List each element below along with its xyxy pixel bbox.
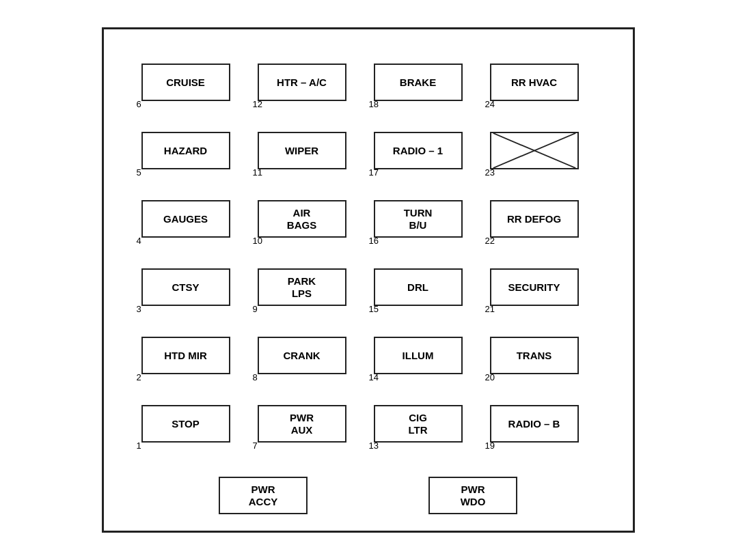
cell-hazard: HAZARD 5 [131, 118, 241, 183]
cell-cig-ltr: CIGLTR 13 [364, 391, 473, 456]
fuse-htr-ac: HTR – A/C [258, 64, 346, 101]
fuse-trans: TRANS [490, 337, 579, 374]
cell-rr-hvac: RR HVAC 24 [480, 50, 589, 115]
fuse-number-cig-ltr: 13 [369, 440, 379, 451]
fuse-htd-mir: HTD MIR [141, 337, 230, 374]
fuse-grid: CRUISE 6 HTR – A/C 12 BRAKE 18 RR HVAC 2… [104, 29, 633, 473]
cell-ctsy: CTSY 3 [131, 255, 241, 320]
fuse-crank: CRANK [258, 337, 346, 374]
fuse-pwr-wdo: PWRWDO [428, 477, 517, 514]
fuse-number-radio-b: 19 [485, 440, 495, 451]
fuse-rr-hvac: RR HVAC [490, 64, 579, 101]
cell-turn-bu: TURNB/U 16 [364, 186, 473, 251]
cell-park-lps: PARKLPS 9 [247, 255, 357, 320]
cell-rr-defog: RR DEFOG 22 [480, 186, 589, 251]
fuse-number-hazard: 5 [137, 167, 141, 178]
fuse-hazard: HAZARD [141, 132, 230, 169]
fuse-gauges: GAUGES [141, 200, 230, 238]
cell-blank: 23 [480, 118, 589, 183]
cell-drl: DRL 15 [364, 255, 473, 320]
fuse-number-htd-mir: 2 [137, 372, 141, 382]
fuse-number-cruise: 6 [137, 99, 141, 109]
fuse-diagram: CRUISE 6 HTR – A/C 12 BRAKE 18 RR HVAC 2… [102, 27, 635, 533]
fuse-number-trans: 20 [485, 372, 495, 382]
cell-radio-1: RADIO – 1 17 [364, 118, 473, 183]
fuse-number-illum: 14 [369, 372, 379, 382]
fuse-number-security: 21 [485, 304, 495, 314]
fuse-number-stop: 1 [137, 440, 141, 451]
cell-brake: BRAKE 18 [364, 50, 473, 115]
fuse-number-radio-1: 17 [369, 167, 379, 178]
fuse-radio-b: RADIO – B [490, 405, 579, 443]
cell-trans: TRANS 20 [480, 323, 589, 388]
fuse-illum: ILLUM [374, 337, 463, 374]
fuse-number-air-bags: 10 [253, 236, 262, 246]
cell-pwr-wdo: PWRWDO [418, 477, 528, 514]
fuse-drl: DRL [374, 268, 463, 306]
fuse-cig-ltr: CIGLTR [374, 405, 463, 443]
fuse-air-bags: AIRBAGS [258, 200, 346, 238]
fuse-park-lps: PARKLPS [258, 268, 346, 306]
cell-cruise: CRUISE 6 [131, 50, 241, 115]
cell-gauges: GAUGES 4 [131, 186, 241, 251]
fuse-cruise: CRUISE [141, 64, 230, 101]
cell-security: SECURITY 21 [480, 255, 589, 320]
fuse-security: SECURITY [490, 268, 579, 306]
fuse-turn-bu: TURNB/U [374, 200, 463, 238]
fuse-number-rr-defog: 22 [485, 236, 495, 246]
fuse-ctsy: CTSY [141, 268, 230, 306]
fuse-stop: STOP [141, 405, 230, 443]
fuse-number-crank: 8 [253, 372, 258, 382]
cell-htd-mir: HTD MIR 2 [131, 323, 241, 388]
cell-radio-b: RADIO – B 19 [480, 391, 589, 456]
fuse-pwr-aux: PWRAUX [258, 405, 346, 443]
fuse-wiper: WIPER [258, 132, 346, 169]
cell-pwr-accy: PWRACCY [208, 477, 318, 514]
cell-wiper: WIPER 11 [247, 118, 357, 183]
fuse-brake: BRAKE [374, 64, 463, 101]
fuse-radio-1: RADIO – 1 [374, 132, 463, 169]
bottom-fuse-row: PWRACCY PWRWDO [104, 477, 633, 514]
fuse-number-wiper: 11 [253, 167, 262, 178]
fuse-number-brake: 18 [369, 99, 379, 109]
cell-crank: CRANK 8 [247, 323, 357, 388]
fuse-number-drl: 15 [369, 304, 379, 314]
fuse-number-blank: 23 [485, 167, 495, 178]
fuse-number-gauges: 4 [137, 236, 141, 246]
cell-illum: ILLUM 14 [364, 323, 473, 388]
cell-stop: STOP 1 [131, 391, 241, 456]
fuse-pwr-accy: PWRACCY [219, 477, 308, 514]
fuse-number-park-lps: 9 [253, 304, 258, 314]
fuse-number-pwr-aux: 7 [253, 440, 258, 451]
fuse-number-ctsy: 3 [137, 304, 141, 314]
fuse-blank-xbox [490, 132, 579, 169]
cell-htr-ac: HTR – A/C 12 [247, 50, 357, 115]
fuse-number-rr-hvac: 24 [485, 99, 495, 109]
cell-air-bags: AIRBAGS 10 [247, 186, 357, 251]
cell-pwr-aux: PWRAUX 7 [247, 391, 357, 456]
fuse-number-htr-ac: 12 [253, 99, 262, 109]
fuse-number-turn-bu: 16 [369, 236, 379, 246]
x-lines-icon [491, 133, 577, 168]
fuse-rr-defog: RR DEFOG [490, 200, 579, 238]
